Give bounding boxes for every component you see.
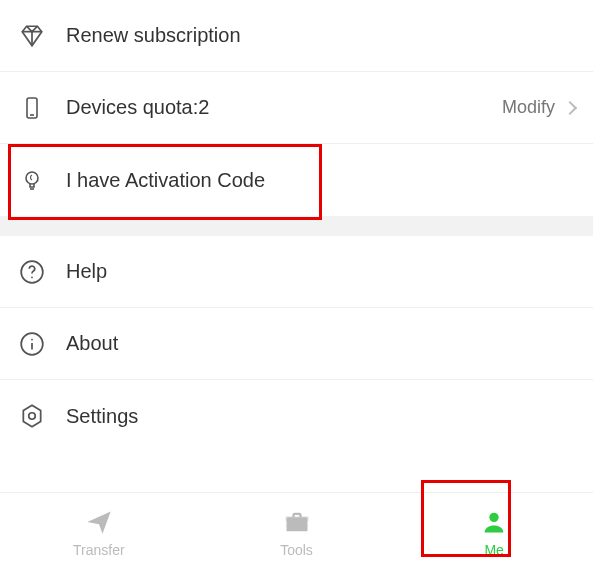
menu-item-label: Settings: [66, 405, 575, 428]
svg-rect-12: [286, 517, 307, 519]
svg-point-7: [31, 338, 33, 340]
settings-icon: [18, 402, 46, 430]
svg-point-13: [490, 512, 499, 521]
menu-item-help[interactable]: Help: [0, 236, 593, 308]
menu-item-label: Devices quota:2: [66, 96, 502, 119]
section-divider: [0, 216, 593, 236]
svg-point-10: [29, 413, 36, 420]
menu-item-activation-code[interactable]: I have Activation Code: [0, 144, 593, 216]
tab-label: Me: [484, 542, 503, 558]
tab-label: Transfer: [73, 542, 125, 558]
svg-marker-9: [23, 405, 40, 427]
bottom-tabbar: Transfer Tools Me: [0, 492, 593, 572]
svg-point-5: [31, 276, 33, 278]
briefcase-icon: [283, 508, 311, 536]
send-icon: [85, 508, 113, 536]
tab-transfer[interactable]: Transfer: [0, 493, 198, 572]
device-icon: [18, 94, 46, 122]
tab-tools[interactable]: Tools: [198, 493, 396, 572]
menu-item-about[interactable]: About: [0, 308, 593, 380]
svg-point-2: [26, 172, 38, 184]
chevron-right-icon: [563, 100, 577, 114]
menu-item-settings[interactable]: Settings: [0, 380, 593, 452]
menu-item-renew-subscription[interactable]: Renew subscription: [0, 0, 593, 72]
person-icon: [480, 508, 508, 536]
menu-item-devices-quota[interactable]: Devices quota:2 Modify: [0, 72, 593, 144]
menu-item-label: I have Activation Code: [66, 169, 575, 192]
settings-list: Renew subscription Devices quota:2 Modif…: [0, 0, 593, 492]
menu-item-label: Renew subscription: [66, 24, 575, 47]
menu-item-right: Modify: [502, 97, 575, 118]
modify-label: Modify: [502, 97, 555, 118]
bulb-icon: [18, 166, 46, 194]
tab-me[interactable]: Me: [395, 493, 593, 572]
tab-label: Tools: [280, 542, 313, 558]
diamond-icon: [18, 22, 46, 50]
menu-item-label: Help: [66, 260, 575, 283]
app-root: Renew subscription Devices quota:2 Modif…: [0, 0, 593, 572]
help-icon: [18, 258, 46, 286]
info-icon: [18, 330, 46, 358]
menu-item-label: About: [66, 332, 575, 355]
